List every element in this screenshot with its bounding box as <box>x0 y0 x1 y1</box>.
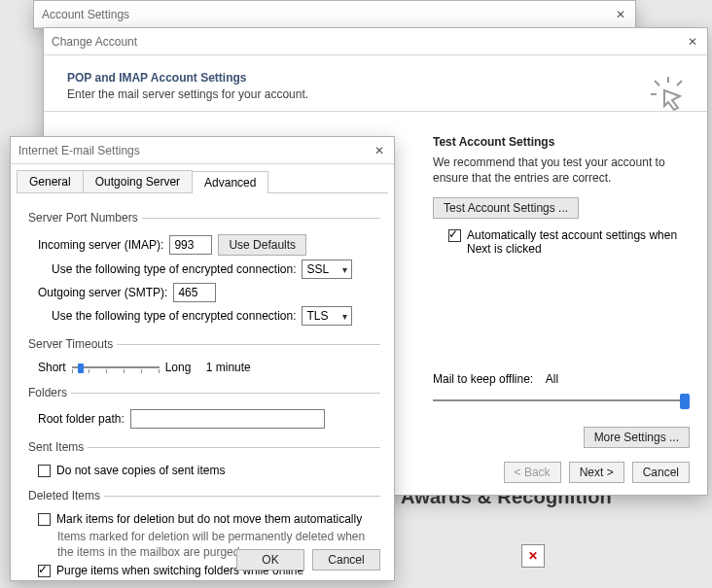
slider-track <box>433 399 690 401</box>
fieldset-folders: Folders Root folder path: <box>24 386 380 432</box>
title-change-account: Change Account <box>52 35 686 49</box>
advanced-pane: Server Port Numbers Incoming server (IMA… <box>11 193 394 588</box>
timeout-short-label: Short <box>38 361 66 374</box>
mail-keep-label: Mail to keep offline: <box>433 372 533 386</box>
no-copies-label: Do not save copies of sent items <box>56 464 225 477</box>
test-section-text: We recommend that you test your account … <box>433 155 690 186</box>
legend-sent-items: Sent Items <box>24 440 88 454</box>
right-column: Test Account Settings We recommend that … <box>433 135 690 446</box>
titlebar-account-settings: Account Settings ✕ <box>34 1 635 28</box>
tab-strip: General Outgoing Server Advanced <box>17 170 388 193</box>
outgoing-port-input[interactable] <box>173 283 216 302</box>
row-mark-deletion[interactable]: Mark items for deletion but do not move … <box>38 512 380 526</box>
slider-thumb[interactable] <box>78 363 84 373</box>
title-account-settings: Account Settings <box>42 8 614 21</box>
legend-timeouts: Server Timeouts <box>24 337 117 351</box>
outgoing-enc-label: Use the following type of encrypted conn… <box>52 309 296 323</box>
incoming-enc-label: Use the following type of encrypted conn… <box>52 262 296 276</box>
purge-checkbox[interactable] <box>38 565 51 577</box>
timeout-long-label: Long <box>165 361 192 374</box>
timeout-value: 1 minute <box>206 361 251 374</box>
cursor-click-icon <box>651 77 690 116</box>
close-icon[interactable]: ✕ <box>373 144 386 157</box>
test-section-title: Test Account Settings <box>433 135 690 149</box>
dialog-buttons: OK Cancel <box>236 549 380 571</box>
row-incoming: Incoming server (IMAP): Use Defaults <box>38 234 380 256</box>
mark-deletion-label: Mark items for deletion but do not move … <box>56 512 362 526</box>
tab-advanced[interactable]: Advanced <box>192 171 268 193</box>
close-icon[interactable]: ✕ <box>614 8 627 21</box>
auto-test-label: Automatically test account settings when… <box>467 228 690 256</box>
wizard-nav: < Back Next > Cancel <box>504 462 690 483</box>
mail-keep-slider[interactable] <box>433 394 690 407</box>
more-settings-wrap: More Settings ... <box>584 427 690 448</box>
chevron-down-icon: ▾ <box>342 264 347 275</box>
mark-deletion-checkbox[interactable] <box>38 513 51 526</box>
close-icon[interactable]: ✕ <box>686 35 699 49</box>
more-settings-button[interactable]: More Settings ... <box>584 427 690 448</box>
root-folder-input[interactable] <box>130 409 325 429</box>
row-outgoing-enc: Use the following type of encrypted conn… <box>52 306 380 326</box>
broken-image-icon: ✕ <box>521 544 545 568</box>
chevron-down-icon: ▾ <box>342 311 347 322</box>
mail-keep-section: Mail to keep offline: All <box>433 372 690 407</box>
outgoing-enc-select[interactable]: TLS ▾ <box>302 306 352 326</box>
header-title: POP and IMAP Account Settings <box>67 71 684 85</box>
header-subtitle: Enter the mail server settings for your … <box>67 87 684 101</box>
timeout-slider[interactable] <box>72 361 160 374</box>
titlebar-iemail: Internet E-mail Settings ✕ <box>11 137 394 164</box>
window-account-settings: Account Settings ✕ <box>33 0 636 29</box>
fieldset-sent-items: Sent Items Do not save copies of sent it… <box>24 440 380 481</box>
header-band: POP and IMAP Account Settings Enter the … <box>44 55 707 112</box>
row-no-copies[interactable]: Do not save copies of sent items <box>38 464 380 477</box>
window-internet-email-settings: Internet E-mail Settings ✕ General Outgo… <box>10 136 395 581</box>
incoming-enc-value: SSL <box>306 262 329 276</box>
outgoing-label: Outgoing server (SMTP): <box>38 286 167 299</box>
incoming-port-input[interactable] <box>169 235 212 255</box>
titlebar-change-account: Change Account ✕ <box>44 28 707 55</box>
fieldset-server-ports: Server Port Numbers Incoming server (IMA… <box>24 211 380 329</box>
title-iemail: Internet E-mail Settings <box>18 144 373 157</box>
mail-keep-value: All <box>546 372 558 386</box>
row-incoming-enc: Use the following type of encrypted conn… <box>52 259 380 279</box>
test-account-settings-button[interactable]: Test Account Settings ... <box>433 197 579 219</box>
ok-button[interactable]: OK <box>236 549 304 571</box>
cancel-button[interactable]: Cancel <box>312 549 380 571</box>
root-folder-label: Root folder path: <box>38 412 125 426</box>
legend-folders: Folders <box>24 386 71 399</box>
slider-track <box>72 366 160 368</box>
cancel-button[interactable]: Cancel <box>632 462 690 483</box>
row-outgoing: Outgoing server (SMTP): <box>38 283 380 302</box>
auto-test-checkbox[interactable] <box>448 229 461 242</box>
back-button[interactable]: < Back <box>504 462 561 483</box>
outgoing-enc-value: TLS <box>306 309 328 323</box>
auto-test-row[interactable]: Automatically test account settings when… <box>448 228 690 256</box>
fieldset-timeouts: Server Timeouts Short Long 1 minute <box>24 337 380 378</box>
incoming-enc-select[interactable]: SSL ▾ <box>302 259 352 279</box>
slider-thumb[interactable] <box>680 394 690 409</box>
incoming-label: Incoming server (IMAP): <box>38 238 163 252</box>
tab-outgoing-server[interactable]: Outgoing Server <box>83 170 193 192</box>
row-root-folder: Root folder path: <box>38 409 380 429</box>
legend-deleted-items: Deleted Items <box>24 489 104 502</box>
row-timeout: Short Long 1 minute <box>38 361 380 374</box>
no-copies-checkbox[interactable] <box>38 465 51 477</box>
legend-server-ports: Server Port Numbers <box>24 211 142 225</box>
next-button[interactable]: Next > <box>569 462 624 483</box>
tab-general[interactable]: General <box>17 170 84 192</box>
use-defaults-button[interactable]: Use Defaults <box>218 234 306 256</box>
